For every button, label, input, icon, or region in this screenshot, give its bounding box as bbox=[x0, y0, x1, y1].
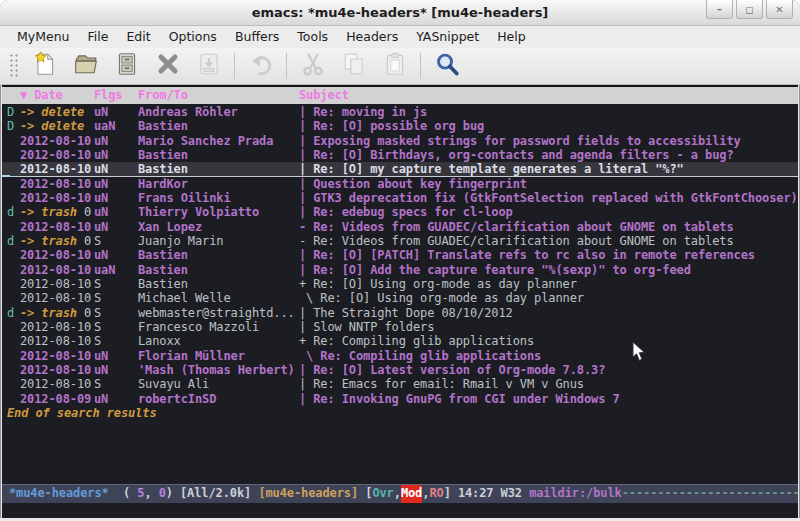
flags-cell: uN bbox=[94, 248, 138, 262]
flags-cell: uaN bbox=[94, 119, 138, 133]
date-cell: 2012-08-10 bbox=[20, 134, 94, 148]
close-buffer-icon bbox=[155, 51, 181, 81]
toolbar-grip-handle[interactable] bbox=[9, 53, 19, 79]
subject-cell: | GTK3 deprecation fix (GtkFontSelection… bbox=[299, 191, 798, 205]
menu-item-file[interactable]: File bbox=[79, 26, 118, 48]
from-cell: 'Mash (Thomas Herbert) bbox=[138, 363, 299, 377]
date-cell: -> delete bbox=[20, 105, 94, 119]
message-row[interactable]: 2012-08-10uaNBastien| Re: [O] Add the ca… bbox=[2, 263, 798, 277]
subject-cell: + Re: [O] Using org-mode as day planner bbox=[299, 277, 798, 291]
maximize-icon: ◻ bbox=[745, 4, 753, 15]
toolbar-button-new-file[interactable] bbox=[24, 50, 65, 82]
toolbar-button-open-file[interactable] bbox=[65, 50, 106, 82]
echo-area[interactable] bbox=[2, 503, 798, 518]
message-row[interactable]: 2012-08-10SBastien+ Re: [O] Using org-mo… bbox=[2, 277, 798, 291]
message-row[interactable]: 2012-08-10uNHardKor| Question about key … bbox=[2, 177, 798, 191]
menu-item-mymenu[interactable]: MyMenu bbox=[8, 26, 79, 48]
subject-cell: | Re: [O] Add the capture feature "%(sex… bbox=[299, 263, 798, 277]
from-cell: Bastien bbox=[138, 263, 299, 277]
menu-item-headers[interactable]: Headers bbox=[337, 26, 407, 48]
modeline-segment: , bbox=[144, 485, 158, 503]
flags-cell: S bbox=[94, 377, 138, 391]
header-subject-col[interactable]: Subject bbox=[299, 87, 798, 104]
modeline-segment: , bbox=[394, 485, 401, 503]
menu-item-tools[interactable]: Tools bbox=[288, 26, 337, 48]
cut-icon bbox=[300, 51, 326, 81]
end-of-results-marker: End of search results bbox=[2, 406, 798, 420]
message-row[interactable]: D-> deleteuNAndreas Röhler| Re: moving i… bbox=[2, 105, 798, 119]
modeline-segment: , bbox=[422, 485, 429, 503]
window-title: emacs: *mu4e-headers* [mu4e-headers] bbox=[0, 0, 800, 25]
message-row[interactable]: 2012-08-10SSuvayu Ali| Re: Emacs for ema… bbox=[2, 377, 798, 391]
message-row[interactable]: 2012-08-10SMichael Welle \ Re: [O] Using… bbox=[2, 291, 798, 305]
mark-flag bbox=[7, 177, 20, 191]
modeline-segment: *mu4e-headers* bbox=[9, 485, 109, 503]
menu-item-help[interactable]: Help bbox=[488, 26, 535, 48]
mark-flag bbox=[7, 392, 20, 406]
date-cell: 2012-08-10 bbox=[20, 162, 94, 175]
modeline-segment: ---------------------------------- bbox=[622, 485, 798, 503]
mark-flag bbox=[7, 334, 20, 348]
message-row[interactable]: 2012-08-10uNFrans Oilinki| GTK3 deprecat… bbox=[2, 191, 798, 205]
message-row[interactable]: 2012-08-10uN'Mash (Thomas Herbert)| Re: … bbox=[2, 363, 798, 377]
from-cell: Bastien bbox=[138, 277, 299, 291]
message-row[interactable]: d-> trash 0uNThierry Volpiatto| Re: edeb… bbox=[2, 205, 798, 219]
subject-cell: | The Straight Dope 08/10/2012 bbox=[299, 306, 798, 320]
modeline-segment: 0 bbox=[159, 485, 166, 503]
mark-flag: d bbox=[7, 205, 20, 219]
close-button[interactable]: ✕ bbox=[766, 0, 793, 19]
from-cell: Frans Oilinki bbox=[138, 191, 299, 205]
toolbar-button-paste bbox=[374, 50, 415, 82]
mark-flag bbox=[7, 349, 20, 363]
menu-item-options[interactable]: Options bbox=[160, 26, 226, 48]
emacs-window: emacs: *mu4e-headers* [mu4e-headers] – ◻… bbox=[0, 0, 800, 521]
message-row[interactable]: 2012-08-10SLanoxx+ Re: Compiling glib ap… bbox=[2, 334, 798, 348]
message-row[interactable]: 2012-08-09uNrobertcInSD| Re: Invoking Gn… bbox=[2, 392, 798, 406]
menu-item-edit[interactable]: Edit bbox=[117, 26, 159, 48]
menu-item-buffers[interactable]: Buffers bbox=[226, 26, 288, 48]
subject-cell: - Re: Videos from GUADEC/clarification a… bbox=[299, 234, 798, 248]
date-cell: 2012-08-10 bbox=[20, 334, 94, 348]
message-row[interactable]: 2012-08-10uNFlorian Müllner \ Re: Compil… bbox=[2, 349, 798, 363]
message-row[interactable]: 2012-08-10SFrancesco Mazzoli| Slow NNTP … bbox=[2, 320, 798, 334]
flags-cell: S bbox=[94, 306, 138, 320]
message-row[interactable]: d-> trash 0Swebmaster@straightd...| The … bbox=[2, 306, 798, 320]
header-flags-col[interactable]: Flgs bbox=[94, 87, 138, 104]
message-row[interactable]: 2012-08-10uNBastien| Re: [O] [PATCH] Tra… bbox=[2, 248, 798, 262]
menu-item-yasnippet[interactable]: YASnippet bbox=[407, 26, 488, 48]
subject-cell: - Re: Videos from GUADEC/clarification a… bbox=[299, 220, 798, 234]
toolbar-button-cut bbox=[292, 50, 333, 82]
message-row[interactable]: 2012-08-10uNMario Sanchez Prada| Exposin… bbox=[2, 134, 798, 148]
header-from-col[interactable]: From/To bbox=[138, 87, 299, 104]
date-cell: 2012-08-10 bbox=[20, 220, 94, 234]
message-row[interactable]: 2012-08-10uNXan Lopez- Re: Videos from G… bbox=[2, 220, 798, 234]
message-row[interactable]: d-> trash 0SJuanjo Marin- Re: Videos fro… bbox=[2, 234, 798, 248]
minimize-button[interactable]: – bbox=[706, 0, 733, 19]
date-cell: 2012-08-10 bbox=[20, 363, 94, 377]
header-date-col[interactable]: ▼ Date bbox=[20, 87, 94, 104]
date-cell: -> trash 0 bbox=[20, 234, 94, 248]
flags-cell: uN bbox=[94, 134, 138, 148]
subject-cell: \ Re: Compiling glib applications bbox=[299, 349, 798, 363]
modeline-segment: 5 bbox=[137, 485, 144, 503]
flags-cell: uN bbox=[94, 148, 138, 162]
message-row[interactable]: D-> deleteuaNBastien| Re: [O] possible o… bbox=[2, 119, 798, 133]
toolbar-separator bbox=[286, 53, 287, 79]
modeline-segment: [mu4e-headers] bbox=[258, 485, 358, 503]
maximize-button[interactable]: ◻ bbox=[736, 0, 763, 19]
message-row[interactable]: 2012-08-10uNBastien| Re: [O] Birthdays, … bbox=[2, 148, 798, 162]
text-cursor bbox=[2, 175, 10, 177]
toolbar-button-search[interactable] bbox=[426, 50, 467, 82]
flags-cell: uaN bbox=[94, 263, 138, 277]
mark-flag bbox=[7, 377, 20, 391]
mode-line[interactable]: *mu4e-headers* ( 5, 0) [All/2.0k] [mu4e-… bbox=[2, 484, 798, 503]
flags-cell: S bbox=[94, 320, 138, 334]
title-bar[interactable]: emacs: *mu4e-headers* [mu4e-headers] – ◻… bbox=[0, 0, 800, 26]
toolbar-button-directory[interactable] bbox=[106, 50, 147, 82]
message-row[interactable]: 2012-08-10uNBastien| Re: [O] my capture … bbox=[2, 162, 798, 176]
toolbar-button-close-buffer[interactable] bbox=[147, 50, 188, 82]
directory-icon bbox=[114, 51, 140, 81]
subject-cell: | Re: [O] Latest version of Org-mode 7.8… bbox=[299, 363, 798, 377]
mark-flag: d bbox=[7, 234, 20, 248]
subject-cell: | Exposing masked strings for password f… bbox=[299, 134, 798, 148]
